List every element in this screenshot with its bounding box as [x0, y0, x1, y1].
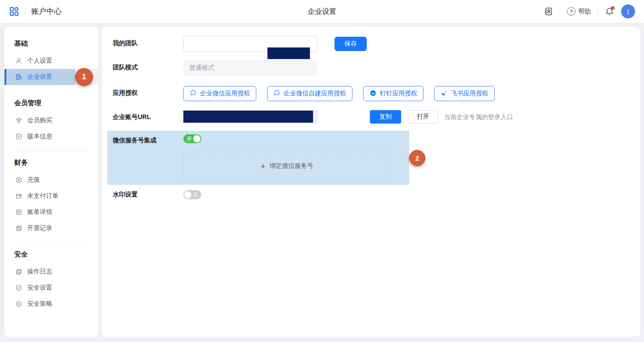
- annotation-badge-2: 2: [409, 150, 425, 166]
- bind-wechat-service-button[interactable]: + 绑定微信服务号: [183, 152, 390, 180]
- toggle-off-label: 关: [193, 190, 198, 199]
- dingtalk-auth-button[interactable]: 钉钉应用授权: [363, 86, 424, 101]
- team-mode-value: 普通模式: [183, 60, 318, 76]
- sidebar-item-label: 开票记录: [27, 224, 52, 232]
- auth-button-label: 企业微信应用授权: [200, 90, 250, 98]
- notification-bell-icon[interactable]: [605, 7, 614, 17]
- sidebar-item-enterprise-settings[interactable]: 企业设置 1: [4, 69, 98, 85]
- sidebar-nav: 基础 个人设置 企业设置 1 会员管理 会员购买: [4, 27, 98, 337]
- page-title: 企业设置: [308, 0, 336, 23]
- auth-button-label: 企业微信自建应用授权: [284, 90, 346, 98]
- shield-check-icon: [15, 284, 22, 291]
- watermark-label: 水印设置: [113, 191, 138, 199]
- sidebar-item-label: 充值: [27, 176, 40, 184]
- toggle-knob: [184, 191, 191, 198]
- sidebar-section-basic: 基础: [4, 30, 98, 53]
- help-label: 帮助: [578, 8, 591, 16]
- wecom-selfbuilt-auth-button[interactable]: 企业微信自建应用授权: [267, 86, 352, 101]
- sidebar-item-recharge[interactable]: 充值: [4, 172, 98, 188]
- version-icon: [15, 133, 22, 140]
- annotation-highlight-2: 微信服务号集成 开 + 绑定微信服务号: [107, 131, 409, 185]
- toggle-knob: [193, 135, 200, 142]
- save-button[interactable]: 保存: [335, 37, 367, 51]
- sidebar-item-label: 未支付订单: [27, 192, 59, 200]
- sidebar-item-unpaid-orders[interactable]: 未支付订单: [4, 188, 98, 204]
- bill-document-icon: [15, 209, 22, 216]
- gem-icon: [15, 117, 22, 124]
- sidebar-item-member-purchase[interactable]: 会员购买: [4, 112, 98, 128]
- invoice-icon: [15, 225, 22, 232]
- wechat-service-label: 微信服务号集成: [113, 137, 157, 145]
- redacted-team-name: [267, 47, 310, 59]
- app-grid-logo-icon[interactable]: [9, 6, 19, 17]
- user-icon: [15, 57, 22, 64]
- sidebar-section-security: 安全: [4, 243, 98, 264]
- auth-button-label: 钉钉应用授权: [380, 90, 417, 98]
- sidebar-item-bill-details[interactable]: 账单详情: [4, 204, 98, 220]
- yuan-coin-icon: [15, 176, 22, 184]
- feishu-icon: [441, 90, 448, 98]
- contacts-book-icon[interactable]: [544, 7, 553, 16]
- login-entry-hint: 当前企业专属的登录入口: [444, 113, 513, 121]
- redacted-enterprise-url: [183, 111, 313, 123]
- team-name-input[interactable]: [183, 36, 318, 52]
- wecom-icon: [273, 90, 280, 98]
- sidebar-item-label: 安全设置: [27, 284, 52, 292]
- question-icon: ?: [567, 7, 576, 16]
- toggle-on-label: 开: [186, 134, 192, 143]
- wallet-icon: [15, 192, 22, 200]
- sidebar-item-label: 企业设置: [27, 73, 52, 81]
- copy-button[interactable]: 复制: [370, 110, 401, 124]
- bind-wechat-service-label: 绑定微信服务号: [270, 162, 314, 170]
- sidebar-section-finance: 财务: [4, 151, 98, 172]
- wecom-auth-button[interactable]: 企业微信应用授权: [183, 86, 256, 101]
- sidebar-item-security-settings[interactable]: 安全设置: [4, 280, 98, 296]
- watermark-toggle-off[interactable]: 关: [183, 190, 201, 199]
- annotation-badge-1: 1: [75, 68, 93, 86]
- sidebar-item-label: 版本信息: [27, 133, 52, 141]
- header-divider: [597, 8, 598, 15]
- team-mode-label: 团队模式: [113, 64, 138, 72]
- top-header: 账户中心 企业设置 ? 帮助 1: [0, 0, 644, 23]
- wecom-icon: [190, 90, 197, 98]
- app-auth-label: 应用授权: [113, 89, 138, 97]
- sidebar-item-version-info[interactable]: 版本信息: [4, 128, 98, 145]
- sidebar-item-operation-log[interactable]: 操作日志: [4, 264, 98, 280]
- dingtalk-icon: [369, 90, 377, 98]
- open-button[interactable]: 打开: [408, 110, 438, 124]
- header-divider: [25, 8, 25, 15]
- sidebar-item-label: 操作日志: [27, 268, 52, 276]
- shield-plus-icon: [15, 300, 22, 308]
- help-button[interactable]: ? 帮助: [567, 7, 591, 16]
- sidebar-item-invoice-records[interactable]: 开票记录: [4, 220, 98, 236]
- sidebar-item-label: 个人设置: [27, 57, 52, 65]
- layers-icon: [15, 268, 22, 275]
- plus-icon: +: [260, 162, 265, 171]
- my-team-label: 我的团队: [113, 39, 138, 47]
- notification-dot: [611, 6, 614, 10]
- feishu-auth-button[interactable]: 飞书应用授权: [434, 86, 495, 101]
- building-icon: [15, 73, 22, 81]
- sidebar-item-label: 安全策略: [27, 300, 52, 308]
- sidebar-section-membership: 会员管理: [4, 92, 98, 112]
- auth-button-label: 飞书应用授权: [451, 90, 488, 98]
- sidebar-item-label: 会员购买: [27, 116, 52, 124]
- enterprise-settings-panel: 我的团队 保存 团队模式 普通模式 应用授权 企业微信应用授权 企业微: [102, 27, 640, 337]
- wechat-service-toggle-on[interactable]: 开: [183, 134, 201, 143]
- header-divider: [560, 8, 560, 15]
- sidebar-item-label: 账单详情: [27, 208, 52, 216]
- sidebar-item-security-policy[interactable]: 安全策略: [4, 296, 98, 312]
- user-avatar[interactable]: 1: [621, 4, 635, 18]
- app-title: 账户中心: [31, 6, 62, 17]
- sidebar-item-personal-settings[interactable]: 个人设置: [4, 53, 98, 69]
- enterprise-url-label: 企业账号URL: [113, 113, 151, 121]
